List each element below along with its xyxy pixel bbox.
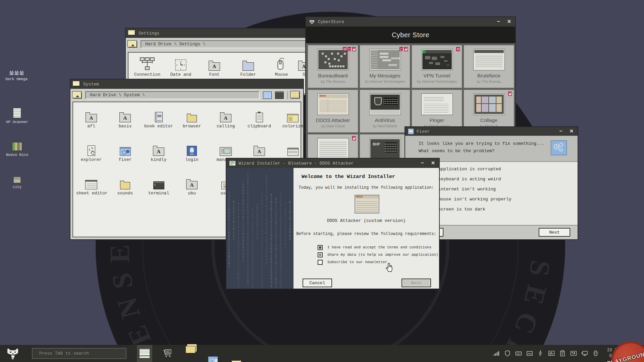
- desktop-icon-xp-scanner[interactable]: XP Scanner: [1, 108, 33, 124]
- fixer-titlebar[interactable]: Fixer: [405, 127, 578, 136]
- cyberstore-titlebar[interactable]: CyberStore: [306, 17, 515, 26]
- wizard-app-name: DDOS Attacker (custom version): [293, 218, 439, 223]
- lock-badge-icon: [404, 47, 408, 51]
- store-app-pinger[interactable]: Pinger by Net Runners: [412, 90, 462, 132]
- terms-checkbox-row[interactable]: I have read and accept the terms and con…: [318, 244, 431, 250]
- svg-text:3: 3: [184, 64, 185, 66]
- grid-view-button[interactable]: [263, 92, 272, 99]
- user-portrait-icon: [187, 146, 197, 156]
- settings-titlebar[interactable]: Settings: [126, 28, 312, 38]
- system-address-row: Hard Drive \ System \: [70, 89, 303, 102]
- desktop-icon-nuevo-rico[interactable]: Nuevo Rico: [1, 142, 33, 157]
- screenshot-icon[interactable]: [526, 350, 533, 357]
- folder-a-icon: [186, 181, 198, 189]
- pause-badge-icon: [343, 47, 346, 51]
- file-sheet-editor[interactable]: sheet editor: [76, 175, 106, 196]
- store-app-ddos-attacker[interactable]: DDOS Attacker by Dark Cloud: [308, 90, 358, 132]
- close-icon[interactable]: [506, 19, 512, 25]
- file-colorize[interactable]: colorize: [278, 108, 308, 129]
- signal-bars-icon[interactable]: [493, 350, 500, 357]
- system-titlebar[interactable]: System: [70, 79, 303, 89]
- password-window-icon: [287, 148, 299, 156]
- checkbox-checked[interactable]: [318, 252, 323, 257]
- creatures-icon: [0, 72, 33, 75]
- folder-up-icon[interactable]: [73, 92, 82, 99]
- next-button[interactable]: Next: [539, 228, 570, 237]
- world-map-icon[interactable]: [570, 350, 577, 357]
- file-kindly[interactable]: kindly: [144, 141, 174, 162]
- file-clipboard[interactable]: clipboard: [244, 108, 274, 129]
- file-terminal[interactable]: terminal: [144, 175, 174, 196]
- file-explorer[interactable]: explorer: [76, 141, 106, 162]
- spark-icon[interactable]: [537, 350, 544, 357]
- svg-text:12: 12: [179, 61, 182, 63]
- next-button[interactable]: Next: [401, 279, 431, 287]
- file-browser[interactable]: browser: [177, 108, 207, 129]
- taskbar-cyberstore-cart-icon[interactable]: [163, 349, 173, 358]
- share-data-checkbox-row[interactable]: Share my data (to help us improve our ap…: [318, 252, 438, 258]
- keyboard-icon[interactable]: [515, 350, 522, 357]
- folder-options-button[interactable]: [291, 92, 300, 99]
- close-icon[interactable]: [430, 160, 436, 166]
- settings-item-connection[interactable]: Connection: [132, 56, 162, 77]
- desktop-icon-label: Nuevo Rico: [1, 153, 33, 157]
- settings-item-date-time[interactable]: 12 3 6 9 Date and: [166, 56, 196, 77]
- file-login[interactable]: login: [177, 141, 207, 162]
- settings-item-font[interactable]: Font: [199, 56, 229, 77]
- store-app-antivirus[interactable]: AntiVirus by MechShield: [360, 90, 410, 132]
- folder-up-icon[interactable]: [128, 41, 137, 48]
- file-basis[interactable]: basis: [110, 108, 140, 129]
- taskbar-installer-window-icon[interactable]: [140, 349, 150, 358]
- file-sounds[interactable]: sounds: [110, 175, 140, 196]
- clipboard-icon[interactable]: [559, 350, 566, 357]
- store-app-collage[interactable]: Collage by Photo P: [464, 90, 514, 132]
- shield-icon[interactable]: [504, 350, 511, 357]
- folder-icon: [243, 62, 254, 71]
- file-fixer[interactable]: fixer: [110, 141, 140, 162]
- search-input[interactable]: Press TAB to search: [32, 348, 126, 359]
- phone-vibrate-icon[interactable]: [592, 350, 599, 357]
- fixer-window-title: Fixer: [417, 129, 430, 134]
- file-book-editor[interactable]: book editor: [144, 108, 174, 129]
- minimize-icon[interactable]: [419, 160, 425, 166]
- file-ubu[interactable]: ubu: [177, 175, 207, 196]
- store-app-bruteforce[interactable]: Bruteforce by The Bureau: [464, 45, 514, 88]
- file-afl[interactable]: afl: [76, 108, 106, 129]
- app-thumbnail: [318, 49, 348, 70]
- fixer-app-icon: [408, 129, 414, 134]
- clock-icon: 12 3 6 9: [166, 56, 196, 71]
- newsletter-checkbox-row[interactable]: Subscribe to our newsletter: [318, 259, 387, 265]
- activity-graph-icon[interactable]: [548, 350, 555, 357]
- wizard-titlebar[interactable]: Wizard Installer - Bloatware - DDOS Atta…: [226, 159, 439, 168]
- close-icon[interactable]: [569, 128, 575, 134]
- minimize-icon[interactable]: [495, 19, 501, 25]
- taskbar-folder-icon[interactable]: [185, 346, 196, 353]
- store-app-partial-2[interactable]: [360, 134, 410, 160]
- settings-address-input[interactable]: Hard Drive \ Settings \: [141, 40, 310, 48]
- taskbar: Press TAB to search: [0, 345, 644, 362]
- taskbar-fixer-icon[interactable]: [208, 356, 218, 362]
- store-app-bureauboard[interactable]: BureauBoard by The Bureau: [308, 45, 358, 88]
- terminal-icon: [153, 181, 164, 189]
- file-calling[interactable]: calling: [211, 108, 241, 129]
- cancel-button[interactable]: Cancel: [303, 279, 332, 287]
- settings-window-title: Settings: [139, 31, 159, 36]
- cat-logo-icon[interactable]: [6, 348, 19, 360]
- wizard-content: Welcome to the Wizard Installer Today, y…: [293, 168, 439, 289]
- monitor-icon[interactable]: [581, 350, 588, 357]
- store-app-my-messages[interactable]: My Messages by Internal Technologies: [360, 45, 410, 88]
- system-window-title: System: [83, 82, 99, 87]
- settings-item-folder[interactable]: Folder: [233, 56, 263, 77]
- desktop-icon-dark-omega[interactable]: Dark Omega: [0, 72, 33, 81]
- system-address-input[interactable]: Hard Drive \ System \: [85, 91, 260, 99]
- desktop-icon-city[interactable]: city: [1, 177, 33, 189]
- checkbox-unchecked[interactable]: [318, 260, 323, 265]
- fixer-message-line2: What seems to be the problem?: [419, 148, 494, 154]
- store-app-vpn-tunnel[interactable]: VPN Tunnel by Internal Technologies: [412, 45, 462, 88]
- store-app-partial-1[interactable]: [308, 134, 358, 160]
- list-view-button[interactable]: [275, 92, 284, 99]
- wizard-window-title: Wizard Installer - Bloatware - DDOS Atta…: [238, 161, 354, 166]
- checkbox-checked[interactable]: [318, 245, 323, 250]
- lock-badge-icon: [508, 92, 512, 96]
- minimize-icon[interactable]: [558, 128, 564, 134]
